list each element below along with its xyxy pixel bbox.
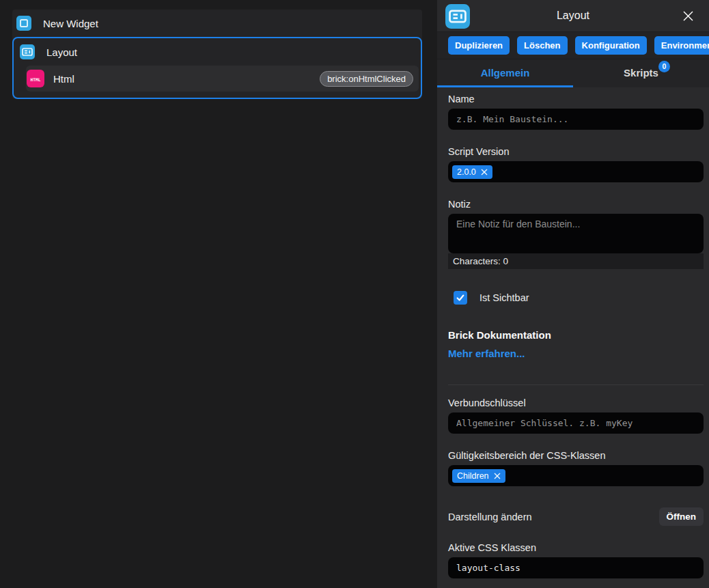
tab-label: Skripts bbox=[624, 67, 658, 79]
script-version-input[interactable]: 2.0.0 bbox=[448, 161, 704, 182]
darstellung-label: Darstellung ändern bbox=[448, 512, 532, 522]
tree-item-label: Layout bbox=[46, 46, 77, 58]
skripts-count-badge: 0 bbox=[658, 61, 670, 72]
chip-label: 2.0.0 bbox=[457, 167, 476, 177]
panel-content: Name Script Version 2.0.0 Notiz Characte… bbox=[437, 87, 709, 578]
check-icon bbox=[456, 293, 465, 303]
tab-allgemein[interactable]: Allgemein bbox=[437, 59, 573, 87]
configuration-button[interactable]: Konfiguration bbox=[575, 36, 647, 55]
visible-checkbox-label: Ist Sichtbar bbox=[479, 292, 529, 303]
aktive-css-input[interactable] bbox=[448, 557, 704, 578]
event-badge: brick:onHtmlClicked bbox=[320, 71, 413, 87]
duplicate-button[interactable]: Duplizieren bbox=[448, 36, 510, 55]
notiz-textarea[interactable] bbox=[448, 214, 704, 253]
verbund-input[interactable] bbox=[448, 412, 704, 434]
section-divider bbox=[448, 384, 704, 385]
widget-tree: New Widget Layout bbox=[12, 10, 422, 99]
layout-icon bbox=[20, 44, 35, 59]
css-scope-label: Gültigkeitsbereich der CSS-Klassen bbox=[448, 450, 704, 461]
tree-item-new-widget[interactable]: New Widget bbox=[12, 10, 422, 37]
tree-item-label: New Widget bbox=[43, 18, 98, 29]
svg-text:HTML: HTML bbox=[31, 77, 41, 82]
close-icon[interactable] bbox=[682, 10, 694, 22]
doc-link[interactable]: Mehr erfahren... bbox=[448, 348, 525, 359]
tree-item-layout[interactable]: Layout bbox=[14, 38, 421, 66]
action-bar: Duplizieren Löschen Konfiguration Enviro… bbox=[437, 32, 709, 59]
tree-item-html[interactable]: HTML Html brick:onHtmlClicked bbox=[26, 66, 419, 92]
tab-bar: Allgemein Skripts 0 bbox=[437, 59, 709, 87]
environment-button[interactable]: Environment bbox=[654, 36, 709, 55]
character-counter: Characters: 0 bbox=[448, 253, 704, 269]
widget-icon bbox=[16, 16, 31, 31]
visible-checkbox[interactable] bbox=[454, 291, 467, 305]
doc-heading: Brick Dokumentation bbox=[448, 329, 704, 341]
scope-chip: Children bbox=[452, 469, 505, 483]
remove-icon[interactable] bbox=[494, 473, 501, 479]
css-scope-input[interactable]: Children bbox=[448, 465, 704, 486]
chip-label: Children bbox=[457, 471, 489, 481]
open-button[interactable]: Öffnen bbox=[659, 507, 704, 526]
remove-icon[interactable] bbox=[481, 169, 488, 176]
name-input[interactable] bbox=[448, 109, 704, 130]
html-icon: HTML bbox=[27, 70, 44, 87]
tree-item-label: Html bbox=[53, 73, 74, 85]
verbund-label: Verbundschlüssel bbox=[448, 397, 704, 408]
panel-header: Layout bbox=[437, 0, 709, 32]
selected-node-group: Layout HTML Html brick:onHtmlClicked bbox=[12, 37, 422, 99]
properties-panel: Layout Duplizieren Löschen Konfiguration… bbox=[437, 0, 709, 588]
version-chip: 2.0.0 bbox=[452, 165, 492, 179]
tab-skripts[interactable]: Skripts 0 bbox=[573, 59, 709, 87]
aktive-css-label: Aktive CSS Klassen bbox=[448, 542, 704, 553]
name-label: Name bbox=[448, 94, 704, 104]
panel-title: Layout bbox=[437, 10, 709, 22]
script-version-label: Script Version bbox=[448, 146, 704, 157]
darstellung-row: Darstellung ändern Öffnen bbox=[448, 507, 704, 526]
canvas-area: New Widget Layout bbox=[0, 0, 437, 588]
visible-checkbox-row: Ist Sichtbar bbox=[454, 291, 704, 305]
delete-button[interactable]: Löschen bbox=[517, 36, 567, 55]
notiz-label: Notiz bbox=[448, 199, 704, 210]
